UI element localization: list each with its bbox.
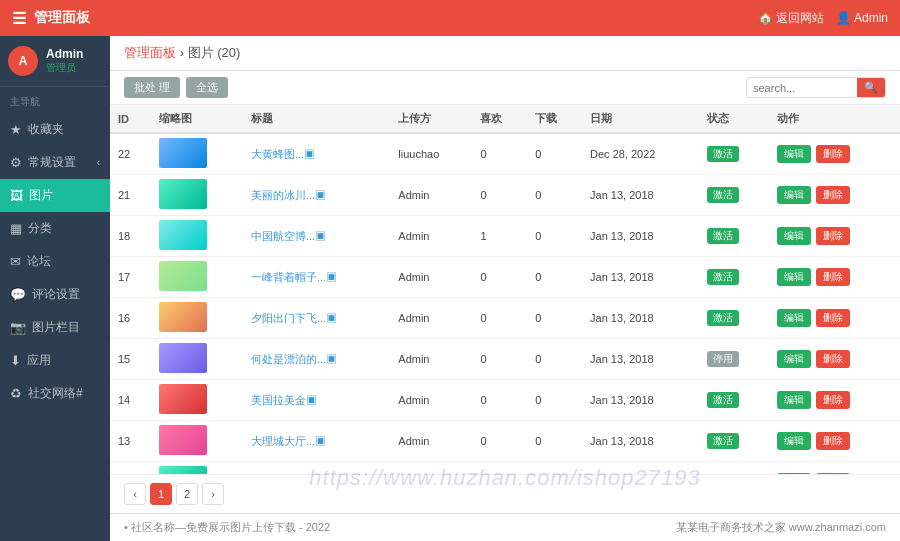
cell-likes: 0 (472, 298, 527, 339)
cell-downloads: 0 (527, 175, 582, 216)
sidebar-item-download[interactable]: ⬇ 应用 (0, 344, 110, 377)
admin-label: Admin (854, 11, 888, 25)
delete-btn[interactable]: 删除 (816, 186, 850, 204)
cell-date: Dec 28, 2022 (582, 133, 699, 175)
table-row: 13 大理城大厅...▣ Admin 0 0 Jan 13, 2018 激活 编… (110, 421, 900, 462)
comment-icon: 💬 (10, 287, 26, 302)
cell-likes: 0 (472, 133, 527, 175)
cell-uploader: Admin (390, 462, 472, 475)
title-link[interactable]: 大黄蜂图...▣ (251, 148, 315, 160)
title-link[interactable]: 何处是漂泊的...▣ (251, 353, 337, 365)
star-icon: ★ (10, 122, 22, 137)
sidebar: A Admin 管理员 主导航 ★ 收藏夹 ⚙ 常规设置 ‹ 🖼 图片 ▦ 分类… (0, 36, 110, 541)
status-badge: 激活 (707, 392, 739, 408)
title-link[interactable]: 中国航空博...▣ (251, 230, 326, 242)
cell-id: 14 (110, 380, 151, 421)
cell-uploader: Admin (390, 175, 472, 216)
delete-btn[interactable]: 删除 (816, 145, 850, 163)
sidebar-label-settings: 常规设置 (28, 154, 76, 171)
title-link[interactable]: 美国拉美金▣ (251, 394, 317, 406)
footer: • 社区名称—免费展示图片上传下载 - 2022 某某电子商务技术之家 www.… (110, 513, 900, 541)
batch-btn[interactable]: 批处 理 (124, 77, 180, 98)
cell-status: 激活 (699, 298, 768, 339)
cell-likes: 0 (472, 339, 527, 380)
cell-thumb (151, 421, 243, 462)
table-row: 15 何处是漂泊的...▣ Admin 0 0 Jan 13, 2018 停用 … (110, 339, 900, 380)
cell-title: 美国拉美▣ (243, 462, 390, 475)
cell-uploader: Admin (390, 298, 472, 339)
cell-likes: 1 (472, 216, 527, 257)
cell-date: Jan 13, 2018 (582, 421, 699, 462)
cell-id: 17 (110, 257, 151, 298)
sidebar-item-images[interactable]: 🖼 图片 (0, 179, 110, 212)
top-header: ☰ 管理面板 🏠 返回网站 👤 Admin (0, 0, 900, 36)
cell-thumb (151, 133, 243, 175)
cell-actions: 编辑 删除 (769, 175, 900, 216)
edit-btn[interactable]: 编辑 (777, 186, 811, 204)
delete-btn[interactable]: 删除 (816, 309, 850, 327)
edit-btn[interactable]: 编辑 (777, 391, 811, 409)
cell-likes: 0 (472, 462, 527, 475)
col-thumb: 缩略图 (151, 105, 243, 133)
user-role: 管理员 (46, 61, 83, 75)
edit-btn[interactable]: 编辑 (777, 227, 811, 245)
footer-right: 某某电子商务技术之家 www.zhanmazi.com (676, 520, 886, 535)
title-link[interactable]: 美丽的冰川...▣ (251, 189, 326, 201)
search-box: 🔍 (746, 77, 886, 98)
cell-likes: 0 (472, 421, 527, 462)
table-header-row: ID 缩略图 标题 上传方 喜欢 下载 日期 状态 动作 (110, 105, 900, 133)
page-1[interactable]: 1 (150, 483, 172, 505)
cell-date: Jan 13, 2018 (582, 175, 699, 216)
home-link[interactable]: 🏠 返回网站 (758, 10, 824, 27)
delete-btn[interactable]: 删除 (816, 391, 850, 409)
page-next[interactable]: › (202, 483, 224, 505)
cell-thumb (151, 339, 243, 380)
delete-btn[interactable]: 删除 (816, 432, 850, 450)
footer-left: • 社区名称—免费展示图片上传下载 - 2022 (124, 520, 330, 535)
cell-status: 激活 (699, 216, 768, 257)
search-btn[interactable]: 🔍 (857, 78, 885, 97)
cell-status: 激活 (699, 257, 768, 298)
sidebar-item-recycle[interactable]: ♻ 社交网络# (0, 377, 110, 410)
title-link[interactable]: 一峰背着帽子...▣ (251, 271, 337, 283)
sidebar-item-posts[interactable]: ✉ 论坛 (0, 245, 110, 278)
cell-title: 大理城大厅...▣ (243, 421, 390, 462)
edit-btn[interactable]: 编辑 (777, 268, 811, 286)
cell-status: 激活 (699, 380, 768, 421)
delete-btn[interactable]: 删除 (816, 227, 850, 245)
cell-status: 停用 (699, 339, 768, 380)
status-badge: 激活 (707, 146, 739, 162)
search-input[interactable] (747, 79, 857, 97)
sidebar-item-favorites[interactable]: ★ 收藏夹 (0, 113, 110, 146)
sidebar-label-segments: 分类 (28, 220, 52, 237)
edit-btn[interactable]: 编辑 (777, 145, 811, 163)
page-2[interactable]: 2 (176, 483, 198, 505)
delete-btn[interactable]: 删除 (816, 350, 850, 368)
table-row: 17 一峰背着帽子...▣ Admin 0 0 Jan 13, 2018 激活 … (110, 257, 900, 298)
edit-btn[interactable]: 编辑 (777, 309, 811, 327)
page-prev[interactable]: ‹ (124, 483, 146, 505)
sidebar-item-comments[interactable]: 💬 评论设置 (0, 278, 110, 311)
title-link[interactable]: 夕阳出门下飞...▣ (251, 312, 337, 324)
cell-date: Jan 13, 2018 (582, 216, 699, 257)
table-row: 18 中国航空博...▣ Admin 1 0 Jan 13, 2018 激活 编… (110, 216, 900, 257)
cell-uploader: Admin (390, 380, 472, 421)
cell-status: 激活 (699, 421, 768, 462)
col-downloads: 下载 (527, 105, 582, 133)
menu-icon[interactable]: ☰ (12, 9, 26, 28)
edit-btn[interactable]: 编辑 (777, 350, 811, 368)
table-row: 21 美丽的冰川...▣ Admin 0 0 Jan 13, 2018 激活 编… (110, 175, 900, 216)
edit-btn[interactable]: 编辑 (777, 432, 811, 450)
sidebar-item-segments[interactable]: ▦ 分类 (0, 212, 110, 245)
sidebar-item-settings[interactable]: ⚙ 常规设置 ‹ (0, 146, 110, 179)
select-all-btn[interactable]: 全选 (186, 77, 228, 98)
sidebar-item-gallery[interactable]: 📷 图片栏目 (0, 311, 110, 344)
admin-user[interactable]: 👤 Admin (836, 11, 888, 25)
cell-status: 激活 (699, 462, 768, 475)
breadcrumb-parent[interactable]: 管理面板 (124, 45, 176, 60)
delete-btn[interactable]: 删除 (816, 268, 850, 286)
col-title: 标题 (243, 105, 390, 133)
chevron-left-icon: ‹ (97, 157, 100, 168)
title-link[interactable]: 大理城大厅...▣ (251, 435, 326, 447)
cell-title: 大黄蜂图...▣ (243, 133, 390, 175)
